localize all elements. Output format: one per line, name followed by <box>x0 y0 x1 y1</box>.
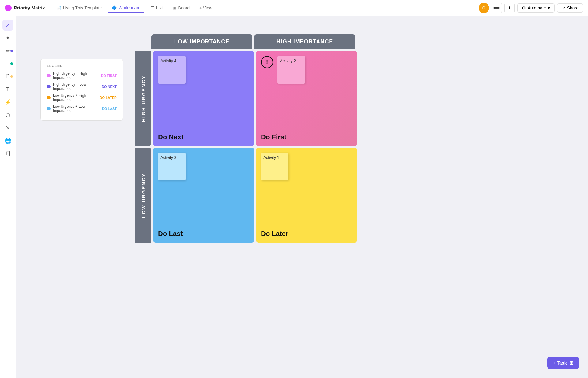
app-icon <box>5 5 12 11</box>
sticky-activity-1[interactable]: Activity 1 <box>261 153 288 180</box>
legend-action-do-first: DO FIRST <box>101 74 117 77</box>
quadrant-do-last[interactable]: Activity 3 Do Last <box>153 148 254 243</box>
legend-action-do-next: DO NEXT <box>102 85 117 88</box>
sticky-activity-2-label: Activity 2 <box>280 58 296 63</box>
quadrant-do-next-label: Do Next <box>158 133 183 141</box>
note-tool[interactable]: 🗒 <box>2 71 13 82</box>
legend-label-do-first: High Urgency + High Importance <box>53 71 99 80</box>
avatar: C <box>479 3 489 13</box>
quadrant-do-next[interactable]: Activity 4 Do Next <box>153 51 254 146</box>
text-tool[interactable]: T <box>2 84 13 95</box>
left-toolbar: ↗ ✦ ✏ □ 🗒 T ⚡ ⬡ ✳ 🌐 🖼 <box>0 16 16 378</box>
quadrant-do-last-label: Do Last <box>158 230 183 238</box>
rect-tool[interactable]: □ <box>2 58 13 69</box>
tab-list[interactable]: ☰ List <box>147 4 167 12</box>
matrix-rows: HIGH URGENCY LOW URGENCY Activity 4 Do N… <box>135 51 357 243</box>
row-labels: HIGH URGENCY LOW URGENCY <box>135 51 151 243</box>
legend-label-do-last: Low Urgency + Low Importance <box>53 104 100 113</box>
sparkle-tool[interactable]: ⚡ <box>2 97 13 108</box>
nodes-tool[interactable]: ⬡ <box>2 110 13 121</box>
legend-label-do-next: High Urgency + Low Importance <box>53 82 99 91</box>
quadrant-do-later-label: Do Later <box>261 230 288 238</box>
main-area: ↗ ✦ ✏ □ 🗒 T ⚡ ⬡ ✳ 🌐 🖼 LEGEND High Urgenc… <box>0 16 588 378</box>
alert-icon: ! <box>261 56 273 68</box>
select-tool[interactable]: ↗ <box>2 20 13 31</box>
legend-item-do-first: High Urgency + High Importance DO FIRST <box>47 71 117 80</box>
sticky-activity-4-label: Activity 4 <box>160 58 176 63</box>
sticky-activity-3-label: Activity 3 <box>160 155 176 160</box>
tab-view[interactable]: + View <box>196 4 216 12</box>
matrix-row-high-urgency: Activity 4 Do Next ! Activity 2 <box>153 51 357 146</box>
sticky-activity-1-label: Activity 1 <box>263 155 279 160</box>
magic2-tool[interactable]: ✳ <box>2 122 13 133</box>
sticky-activity-2[interactable]: Activity 2 <box>277 56 305 84</box>
list-icon: ☰ <box>150 6 154 10</box>
grid-icon: ⊞ <box>569 360 573 366</box>
rect-dot <box>10 62 13 65</box>
col-header-low-importance: LOW IMPORTANCE <box>151 34 252 49</box>
sticky-activity-4[interactable]: Activity 4 <box>158 56 186 84</box>
quadrant-do-later[interactable]: Activity 1 Do Later <box>256 148 357 243</box>
app-title: Priority Matrix <box>14 5 45 10</box>
template-icon: 📄 <box>56 6 61 10</box>
quadrant-do-first-label: Do First <box>261 133 286 141</box>
legend-dot-do-first <box>47 74 51 77</box>
topbar: Priority Matrix 📄 Using This Template 🔷 … <box>0 0 588 16</box>
info-button[interactable]: ℹ <box>504 3 515 13</box>
board-icon: ⊞ <box>173 6 176 10</box>
pen-tool[interactable]: ✏ <box>2 45 13 56</box>
pen-dot <box>10 50 13 52</box>
priority-matrix: LOW IMPORTANCE HIGH IMPORTANCE HIGH URGE… <box>135 34 357 243</box>
legend-dot-do-last <box>47 107 51 110</box>
legend-item-do-last: Low Urgency + Low Importance DO LAST <box>47 104 117 113</box>
share-button[interactable]: ↗ Share <box>557 3 583 13</box>
image-tool[interactable]: 🖼 <box>2 148 13 159</box>
fit-width-button[interactable]: ⟺ <box>492 3 502 13</box>
legend-dot-do-next <box>47 85 51 88</box>
legend-title: LEGEND <box>47 64 117 68</box>
legend-dot-do-later <box>47 96 51 99</box>
tab-using-template[interactable]: 📄 Using This Template <box>52 4 105 12</box>
legend-item-do-next: High Urgency + Low Importance DO NEXT <box>47 82 117 91</box>
whiteboard-icon: 🔷 <box>111 5 117 10</box>
automate-button[interactable]: ⚙ Automate ▾ <box>517 3 555 13</box>
tab-board[interactable]: ⊞ Board <box>169 4 193 12</box>
canvas: LEGEND High Urgency + High Importance DO… <box>16 16 588 378</box>
legend-item-do-later: Low Urgency + High Importance DO LATER <box>47 93 117 102</box>
sticky-activity-3[interactable]: Activity 3 <box>158 153 186 180</box>
automate-chevron-icon: ▾ <box>548 6 550 10</box>
col-header-high-importance: HIGH IMPORTANCE <box>254 34 355 49</box>
tab-whiteboard[interactable]: 🔷 Whiteboard <box>108 3 144 13</box>
task-button[interactable]: + Task ⊞ <box>547 357 579 369</box>
matrix-grid: Activity 4 Do Next ! Activity 2 <box>153 51 357 243</box>
note-dot <box>10 75 13 78</box>
globe-tool[interactable]: 🌐 <box>2 135 13 146</box>
quadrant-do-first[interactable]: ! Activity 2 Do First <box>256 51 357 146</box>
automate-icon: ⚙ <box>522 6 526 10</box>
legend-label-do-later: Low Urgency + High Importance <box>53 93 97 102</box>
column-headers: LOW IMPORTANCE HIGH IMPORTANCE <box>151 34 357 49</box>
legend: LEGEND High Urgency + High Importance DO… <box>40 59 123 121</box>
legend-action-do-later: DO LATER <box>100 96 117 99</box>
topbar-right: C ⟺ ℹ ⚙ Automate ▾ ↗ Share <box>479 3 583 13</box>
matrix-row-low-urgency: Activity 3 Do Last Activity 1 Do Later <box>153 148 357 243</box>
row-label-high-urgency: HIGH URGENCY <box>135 51 151 146</box>
share-icon: ↗ <box>562 6 565 10</box>
magic-tool[interactable]: ✦ <box>2 32 13 43</box>
legend-action-do-last: DO LAST <box>102 107 117 110</box>
row-label-low-urgency: LOW URGENCY <box>135 148 151 243</box>
